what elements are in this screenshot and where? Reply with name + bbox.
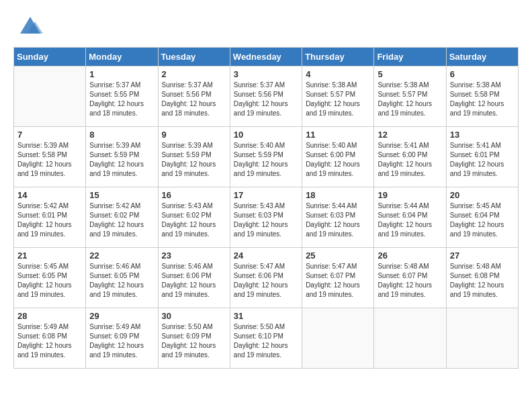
page-header <box>13 13 519 40</box>
day-number: 16 <box>162 190 226 200</box>
calendar-day-cell: 16Sunrise: 5:43 AM Sunset: 6:02 PM Dayli… <box>158 187 230 248</box>
day-info: Sunrise: 5:44 AM Sunset: 6:04 PM Dayligh… <box>378 201 442 239</box>
day-number: 1 <box>89 69 154 79</box>
day-number: 9 <box>162 130 226 140</box>
calendar-day-cell <box>374 308 446 369</box>
calendar-day-header: Thursday <box>302 48 374 66</box>
calendar-day-cell: 2Sunrise: 5:37 AM Sunset: 5:56 PM Daylig… <box>158 66 230 127</box>
day-number: 30 <box>162 311 226 321</box>
calendar-day-cell: 14Sunrise: 5:42 AM Sunset: 6:01 PM Dayli… <box>14 187 86 248</box>
calendar-day-header: Saturday <box>446 48 518 66</box>
day-info: Sunrise: 5:38 AM Sunset: 5:58 PM Dayligh… <box>450 81 515 118</box>
day-info: Sunrise: 5:37 AM Sunset: 5:56 PM Dayligh… <box>234 81 298 118</box>
calendar-day-header: Sunday <box>14 48 86 66</box>
day-number: 21 <box>17 250 82 261</box>
calendar-day-cell: 4Sunrise: 5:38 AM Sunset: 5:57 PM Daylig… <box>302 66 374 127</box>
calendar-day-cell: 6Sunrise: 5:38 AM Sunset: 5:58 PM Daylig… <box>446 66 518 127</box>
calendar-day-cell: 7Sunrise: 5:39 AM Sunset: 5:58 PM Daylig… <box>14 127 86 187</box>
day-number: 14 <box>17 190 82 200</box>
calendar-day-cell: 12Sunrise: 5:41 AM Sunset: 6:00 PM Dayli… <box>374 127 446 187</box>
day-number: 11 <box>306 130 370 140</box>
calendar-week-row: 28Sunrise: 5:49 AM Sunset: 6:08 PM Dayli… <box>14 308 519 369</box>
day-info: Sunrise: 5:47 AM Sunset: 6:06 PM Dayligh… <box>234 262 298 300</box>
day-number: 17 <box>234 190 298 200</box>
day-number: 19 <box>378 190 442 200</box>
day-number: 28 <box>17 311 82 321</box>
day-info: Sunrise: 5:38 AM Sunset: 5:57 PM Dayligh… <box>306 81 370 118</box>
calendar-day-cell: 26Sunrise: 5:48 AM Sunset: 6:07 PM Dayli… <box>374 248 446 308</box>
day-number: 29 <box>89 311 154 321</box>
day-info: Sunrise: 5:47 AM Sunset: 6:07 PM Dayligh… <box>306 262 370 300</box>
calendar-day-cell: 22Sunrise: 5:46 AM Sunset: 6:05 PM Dayli… <box>86 248 158 308</box>
day-number: 25 <box>306 250 370 261</box>
day-info: Sunrise: 5:43 AM Sunset: 6:02 PM Dayligh… <box>162 201 226 239</box>
day-number: 10 <box>234 130 298 140</box>
calendar-day-cell: 25Sunrise: 5:47 AM Sunset: 6:07 PM Dayli… <box>302 248 374 308</box>
day-info: Sunrise: 5:48 AM Sunset: 6:08 PM Dayligh… <box>450 262 515 300</box>
calendar-day-cell: 27Sunrise: 5:48 AM Sunset: 6:08 PM Dayli… <box>446 248 518 308</box>
day-number: 20 <box>450 190 515 200</box>
day-info: Sunrise: 5:41 AM Sunset: 6:00 PM Dayligh… <box>378 141 442 179</box>
calendar-day-cell: 8Sunrise: 5:39 AM Sunset: 5:59 PM Daylig… <box>86 127 158 187</box>
day-info: Sunrise: 5:46 AM Sunset: 6:05 PM Dayligh… <box>89 262 154 300</box>
calendar-week-row: 21Sunrise: 5:45 AM Sunset: 6:05 PM Dayli… <box>14 248 519 308</box>
day-info: Sunrise: 5:37 AM Sunset: 5:56 PM Dayligh… <box>162 81 226 118</box>
calendar-day-cell: 18Sunrise: 5:44 AM Sunset: 6:03 PM Dayli… <box>302 187 374 248</box>
calendar-day-cell <box>14 66 86 127</box>
day-number: 7 <box>17 130 82 140</box>
day-info: Sunrise: 5:45 AM Sunset: 6:04 PM Dayligh… <box>450 201 515 239</box>
calendar-day-cell: 9Sunrise: 5:39 AM Sunset: 5:59 PM Daylig… <box>158 127 230 187</box>
calendar-day-cell: 5Sunrise: 5:38 AM Sunset: 5:57 PM Daylig… <box>374 66 446 127</box>
day-info: Sunrise: 5:42 AM Sunset: 6:01 PM Dayligh… <box>17 201 82 239</box>
day-number: 22 <box>89 250 154 261</box>
day-info: Sunrise: 5:43 AM Sunset: 6:03 PM Dayligh… <box>234 201 298 239</box>
day-info: Sunrise: 5:39 AM Sunset: 5:59 PM Dayligh… <box>89 141 154 179</box>
calendar-day-cell: 24Sunrise: 5:47 AM Sunset: 6:06 PM Dayli… <box>230 248 302 308</box>
day-info: Sunrise: 5:45 AM Sunset: 6:05 PM Dayligh… <box>17 262 82 300</box>
calendar-day-cell: 23Sunrise: 5:46 AM Sunset: 6:06 PM Dayli… <box>158 248 230 308</box>
calendar-week-row: 7Sunrise: 5:39 AM Sunset: 5:58 PM Daylig… <box>14 127 519 187</box>
day-info: Sunrise: 5:46 AM Sunset: 6:06 PM Dayligh… <box>162 262 226 300</box>
day-number: 13 <box>450 130 515 140</box>
calendar-day-cell <box>446 308 518 369</box>
day-number: 27 <box>450 250 515 261</box>
calendar-day-cell: 13Sunrise: 5:41 AM Sunset: 6:01 PM Dayli… <box>446 127 518 187</box>
day-number: 5 <box>378 69 442 79</box>
calendar-day-cell: 17Sunrise: 5:43 AM Sunset: 6:03 PM Dayli… <box>230 187 302 248</box>
day-info: Sunrise: 5:42 AM Sunset: 6:02 PM Dayligh… <box>89 201 154 239</box>
calendar-day-header: Tuesday <box>158 48 230 66</box>
day-info: Sunrise: 5:39 AM Sunset: 5:59 PM Dayligh… <box>162 141 226 179</box>
day-info: Sunrise: 5:44 AM Sunset: 6:03 PM Dayligh… <box>306 201 370 239</box>
day-number: 18 <box>306 190 370 200</box>
day-info: Sunrise: 5:50 AM Sunset: 6:09 PM Dayligh… <box>162 322 226 360</box>
calendar-day-cell: 10Sunrise: 5:40 AM Sunset: 5:59 PM Dayli… <box>230 127 302 187</box>
calendar-day-header: Friday <box>374 48 446 66</box>
calendar-day-cell: 15Sunrise: 5:42 AM Sunset: 6:02 PM Dayli… <box>86 187 158 248</box>
calendar-day-cell: 3Sunrise: 5:37 AM Sunset: 5:56 PM Daylig… <box>230 66 302 127</box>
day-number: 6 <box>450 69 515 79</box>
calendar-day-cell: 29Sunrise: 5:49 AM Sunset: 6:09 PM Dayli… <box>86 308 158 369</box>
day-number: 2 <box>162 69 226 79</box>
calendar-day-cell: 19Sunrise: 5:44 AM Sunset: 6:04 PM Dayli… <box>374 187 446 248</box>
day-number: 8 <box>89 130 154 140</box>
day-info: Sunrise: 5:40 AM Sunset: 5:59 PM Dayligh… <box>234 141 298 179</box>
calendar-header-row: SundayMondayTuesdayWednesdayThursdayFrid… <box>14 48 519 66</box>
calendar-day-cell: 31Sunrise: 5:50 AM Sunset: 6:10 PM Dayli… <box>230 308 302 369</box>
day-info: Sunrise: 5:39 AM Sunset: 5:58 PM Dayligh… <box>17 141 82 179</box>
day-info: Sunrise: 5:50 AM Sunset: 6:10 PM Dayligh… <box>234 322 298 360</box>
day-number: 23 <box>162 250 226 261</box>
day-number: 4 <box>306 69 370 79</box>
calendar-day-cell: 1Sunrise: 5:37 AM Sunset: 5:55 PM Daylig… <box>86 66 158 127</box>
day-info: Sunrise: 5:37 AM Sunset: 5:55 PM Dayligh… <box>89 81 154 118</box>
calendar-day-cell: 11Sunrise: 5:40 AM Sunset: 6:00 PM Dayli… <box>302 127 374 187</box>
calendar-day-cell: 28Sunrise: 5:49 AM Sunset: 6:08 PM Dayli… <box>14 308 86 369</box>
day-number: 3 <box>234 69 298 79</box>
day-number: 12 <box>378 130 442 140</box>
day-number: 31 <box>234 311 298 321</box>
day-info: Sunrise: 5:41 AM Sunset: 6:01 PM Dayligh… <box>450 141 515 179</box>
calendar-header: SundayMondayTuesdayWednesdayThursdayFrid… <box>14 48 519 66</box>
calendar-day-header: Wednesday <box>230 48 302 66</box>
day-info: Sunrise: 5:49 AM Sunset: 6:09 PM Dayligh… <box>89 322 154 360</box>
day-info: Sunrise: 5:40 AM Sunset: 6:00 PM Dayligh… <box>306 141 370 179</box>
calendar-day-cell: 20Sunrise: 5:45 AM Sunset: 6:04 PM Dayli… <box>446 187 518 248</box>
